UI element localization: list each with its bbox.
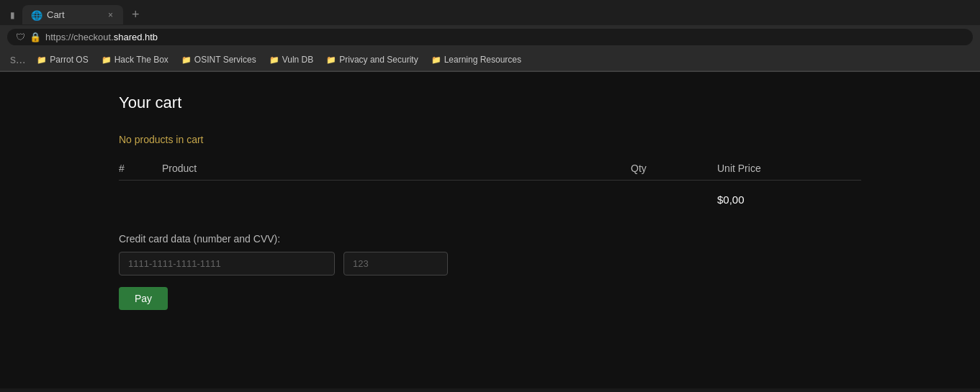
bookmark-parrot-os[interactable]: 📁 Parrot OS: [31, 53, 94, 66]
page-title: Your cart: [119, 94, 861, 112]
folder-icon: 📁: [431, 55, 441, 65]
address-bar: 🛡 🔒 https://checkout.shared.htb: [0, 25, 980, 49]
cart-table-header: # Product Qty Unit Price: [119, 157, 861, 181]
credit-card-section: Credit card data (number and CVV): Pay: [119, 233, 861, 310]
credit-card-inputs: [119, 252, 861, 275]
page-content: Your cart No products in cart # Product …: [0, 72, 980, 388]
no-products-message: No products in cart: [119, 134, 861, 145]
bookmark-osint-services[interactable]: 📁 OSINT Services: [176, 53, 262, 66]
folder-icon: 📁: [269, 55, 279, 65]
pay-button[interactable]: Pay: [119, 287, 168, 310]
tab-close-button[interactable]: ×: [107, 10, 114, 20]
col-hash: #: [119, 163, 162, 174]
tab-favicon: 🌐: [31, 10, 41, 20]
bookmark-privacy-and-security[interactable]: 📁 Privacy and Security: [320, 53, 423, 66]
bookmark-label: Vuln DB: [282, 55, 314, 65]
total-qty-col: [631, 193, 717, 206]
bookmark-label: Privacy and Security: [339, 55, 418, 65]
credit-card-label: Credit card data (number and CVV):: [119, 233, 861, 245]
browser-chrome: ▮ 🌐 Cart × + 🛡 🔒 https://checkout.shared…: [0, 0, 980, 72]
bookmark-hack-the-box[interactable]: 📁 Hack The Box: [96, 53, 174, 66]
url-prefix: https://checkout.: [45, 32, 114, 42]
credit-card-number-input[interactable]: [119, 252, 335, 275]
credit-card-cvv-input[interactable]: [343, 252, 448, 275]
folder-icon: 📁: [326, 55, 336, 65]
cart-table-total-row: $0,00: [119, 188, 861, 211]
bookmark-vuln-db[interactable]: 📁 Vuln DB: [264, 53, 320, 66]
total-amount: $0,00: [717, 193, 861, 206]
lock-icon: 🔒: [30, 32, 41, 42]
total-hash-col: [119, 193, 162, 206]
active-tab[interactable]: 🌐 Cart ×: [22, 5, 123, 24]
col-product: Product: [162, 163, 631, 174]
total-product-col: [162, 193, 631, 206]
shield-icon: 🛡: [16, 32, 25, 42]
address-field[interactable]: 🛡 🔒 https://checkout.shared.htb: [7, 29, 973, 45]
bookmark-learning-resources[interactable]: 📁 Learning Resources: [426, 53, 527, 66]
folder-icon: 📁: [37, 55, 47, 65]
tab-title: Cart: [47, 9, 65, 20]
tab-prev-icon: ▮: [6, 7, 19, 23]
bookmark-label: OSINT Services: [194, 55, 256, 65]
url-text: https://checkout.shared.htb: [45, 32, 158, 42]
folder-icon: 📁: [102, 55, 112, 65]
tab-bar: ▮ 🌐 Cart × +: [0, 0, 980, 25]
bookmarks-overflow-label: s...: [6, 52, 30, 68]
bookmark-label: Hack The Box: [114, 55, 168, 65]
bookmark-label: Parrot OS: [50, 55, 88, 65]
col-qty: Qty: [631, 163, 717, 174]
folder-icon: 📁: [181, 55, 192, 65]
cart-table: # Product Qty Unit Price $0,00: [119, 157, 861, 211]
bookmark-label: Learning Resources: [444, 55, 521, 65]
col-unit-price: Unit Price: [717, 163, 861, 174]
bookmarks-bar: s... 📁 Parrot OS 📁 Hack The Box 📁 OSINT …: [0, 49, 980, 71]
new-tab-button[interactable]: +: [126, 4, 145, 25]
url-domain: shared.htb: [114, 32, 158, 42]
